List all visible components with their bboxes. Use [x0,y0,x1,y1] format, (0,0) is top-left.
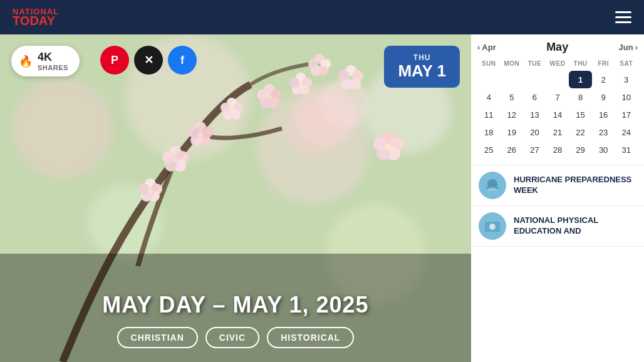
twitter-button[interactable]: ✕ [134,46,163,75]
cal-cell-29[interactable]: 29 [569,141,592,158]
cal-cell-11[interactable]: 11 [477,106,501,123]
svg-point-47 [308,59,318,69]
cal-cell-21[interactable]: 21 [546,123,569,141]
cal-cell-7[interactable]: 7 [546,88,569,106]
cal-cell-24[interactable]: 24 [615,123,638,141]
hamburger-line-3 [615,21,631,23]
calendar-grid: SUN MON TUE WED THU FRI SAT 1 2 3 [477,59,638,158]
cal-cell-27[interactable]: 27 [523,141,546,158]
social-buttons: P ✕ f [100,46,197,75]
cal-cell-26[interactable]: 26 [501,141,524,158]
cal-cell-23[interactable]: 23 [592,123,615,141]
right-panel: ‹ Apr May Jun › SUN MON TUE WED THU FRI … [471,34,644,362]
calendar-nav: ‹ Apr May Jun › [477,41,638,54]
svg-point-30 [299,83,303,86]
date-badge-date: MAY 1 [398,62,446,80]
cal-cell-15[interactable]: 15 [569,106,592,123]
cal-cell-22[interactable]: 22 [569,123,592,141]
news-list: HURRICANE PREPAREDNESS WEEK NATIONAL PHY… [471,165,644,362]
hamburger-menu[interactable] [615,11,631,23]
main-content: 🔥 4K SHARES P ✕ f THU MAY 1 MAY DAY – MA… [0,34,644,362]
calendar-row-5: 25 26 27 28 29 30 31 [477,141,638,158]
cal-cell-30[interactable]: 30 [592,141,615,158]
facebook-button[interactable]: f [168,46,197,75]
col-thu: THU [569,59,592,68]
cal-cell-empty [523,71,546,88]
logo-today: TODAY [13,14,59,27]
col-tue: TUE [523,59,546,68]
cal-cell-20[interactable]: 20 [523,123,546,141]
news-text-2: NATIONAL PHYSICAL EDUCATION AND [514,215,636,237]
svg-point-67 [489,224,496,230]
cal-cell-4[interactable]: 4 [477,88,501,106]
news-text-1: HURRICANE PREPAREDNESS WEEK [514,175,636,196]
news-title-2: NATIONAL PHYSICAL EDUCATION AND [514,215,636,237]
calendar-row-3: 11 12 13 14 15 16 17 [477,106,638,123]
pinterest-button[interactable]: P [100,46,129,75]
svg-point-60 [373,137,387,151]
facebook-icon: f [180,54,184,67]
tag-christian[interactable]: CHRISTIAN [117,327,198,348]
tag-civic[interactable]: CIVIC [205,327,259,348]
cal-cell-5[interactable]: 5 [501,88,524,106]
news-item-2[interactable]: NATIONAL PHYSICAL EDUCATION AND [471,206,644,247]
cal-cell-12[interactable]: 12 [501,106,524,123]
cal-cell-31[interactable]: 31 [615,141,638,158]
cal-cell-empty [501,71,524,88]
cal-cell-empty [546,71,569,88]
svg-point-55 [285,100,341,157]
news-thumb-1 [479,172,506,199]
svg-point-12 [198,132,203,137]
svg-point-24 [267,95,272,100]
cal-cell-28[interactable]: 28 [546,141,569,158]
calendar-row-2: 4 5 6 7 8 9 10 [477,88,638,106]
svg-point-42 [148,189,153,194]
next-month-button[interactable]: Jun › [619,43,638,52]
svg-point-36 [173,157,178,162]
news-item-1[interactable]: HURRICANE PREPAREDNESS WEEK [471,165,644,206]
cal-cell-19[interactable]: 19 [501,123,524,141]
cal-cell-17[interactable]: 17 [615,106,638,123]
tag-historical[interactable]: HISTORICAL [267,327,354,348]
cal-cell-6[interactable]: 6 [523,88,546,106]
fire-icon: 🔥 [19,54,33,68]
col-mon: MON [501,59,524,68]
cal-cell-3[interactable]: 3 [615,71,638,88]
svg-point-18 [230,108,234,111]
cal-cell-9[interactable]: 9 [592,88,615,106]
date-badge-day: THU [398,53,446,62]
pinterest-icon: P [111,54,118,67]
x-icon: ✕ [144,53,153,67]
cal-cell-14[interactable]: 14 [546,106,569,123]
cal-cell-16[interactable]: 16 [592,106,615,123]
cal-cell-2[interactable]: 2 [592,71,615,88]
prev-month-button[interactable]: ‹ Apr [477,43,496,52]
svg-point-1 [13,78,113,178]
header: NATIONAL TODAY [0,0,644,34]
shares-count: 4K [38,51,52,63]
svg-point-23 [257,89,268,100]
shares-info: 4K SHARES [38,51,68,71]
shares-box: 🔥 4K SHARES [11,46,80,76]
svg-point-41 [138,184,150,195]
hamburger-line-2 [615,16,631,18]
cal-cell-8[interactable]: 8 [569,88,592,106]
cal-cell-10[interactable]: 10 [615,88,638,106]
calendar-row-1: 1 2 3 [477,71,638,88]
chevron-right-icon: › [635,43,638,52]
cal-cell-18[interactable]: 18 [477,123,501,141]
news-thumb-2 [479,212,506,240]
svg-point-35 [162,151,175,163]
hamburger-line-1 [615,11,631,13]
cal-cell-13[interactable]: 13 [523,106,546,123]
next-month-label: Jun [619,43,633,52]
logo[interactable]: NATIONAL TODAY [13,8,59,27]
col-fri: FRI [592,59,615,68]
hero-section: 🔥 4K SHARES P ✕ f THU MAY 1 MAY DAY – MA… [0,34,471,362]
svg-point-17 [221,103,231,113]
calendar-header-row: SUN MON TUE WED THU FRI SAT [477,59,638,68]
cal-cell-25[interactable]: 25 [477,141,501,158]
news-title-1: HURRICANE PREPAREDNESS WEEK [514,175,636,196]
cal-cell-1[interactable]: 1 [569,71,592,88]
current-month: May [546,41,568,54]
